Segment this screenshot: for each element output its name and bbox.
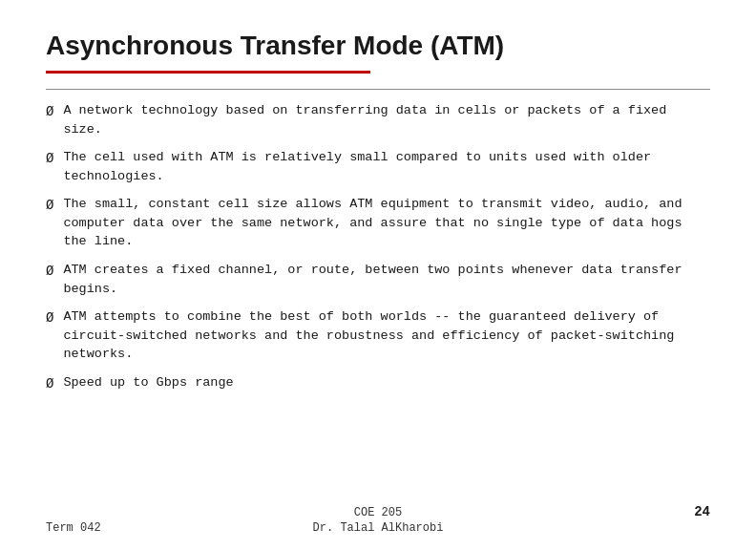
bullet-arrow-6: Ø <box>46 374 53 393</box>
bullet-text-6: Speed up to Gbps range <box>63 373 710 392</box>
bullet-text-2: The cell used with ATM is relatively sma… <box>63 148 710 185</box>
footer-term: Term 042 <box>46 521 101 535</box>
title-underline <box>46 71 370 74</box>
footer-page: 24 <box>694 504 710 519</box>
footer: Term 042 COE 205 Dr. Talal AlKharobi 24 <box>0 521 756 535</box>
bullet-arrow-3: Ø <box>46 196 53 215</box>
bullet-arrow-4: Ø <box>46 262 53 281</box>
bullet-item-4: Ø ATM creates a fixed channel, or route,… <box>46 261 710 298</box>
bullet-text-3: The small, constant cell size allows ATM… <box>63 195 710 251</box>
bullet-text-1: A network technology based on transferri… <box>63 101 710 138</box>
bullet-arrow-5: Ø <box>46 308 53 328</box>
footer-course: COE 205 <box>313 506 444 519</box>
bullet-arrow-2: Ø <box>46 149 53 168</box>
footer-center: COE 205 Dr. Talal AlKharobi <box>313 506 444 535</box>
footer-author: Dr. Talal AlKharobi <box>313 521 444 535</box>
bullet-item-3: Ø The small, constant cell size allows A… <box>46 195 710 251</box>
bullet-item-6: Ø Speed up to Gbps range <box>46 373 710 393</box>
bullet-arrow-1: Ø <box>46 102 53 121</box>
bullet-list: Ø A network technology based on transfer… <box>46 101 710 393</box>
bullet-item-2: Ø The cell used with ATM is relatively s… <box>46 148 710 185</box>
separator-line <box>46 89 710 90</box>
bullet-item-1: Ø A network technology based on transfer… <box>46 101 710 138</box>
slide: Asynchronous Transfer Mode (ATM) Ø A net… <box>0 0 756 550</box>
bullet-item-5: Ø ATM attempts to combine the best of bo… <box>46 307 710 364</box>
bullet-text-4: ATM creates a fixed channel, or route, b… <box>63 261 710 298</box>
slide-title: Asynchronous Transfer Mode (ATM) <box>46 31 710 61</box>
bullet-text-5: ATM attempts to combine the best of both… <box>63 307 710 364</box>
